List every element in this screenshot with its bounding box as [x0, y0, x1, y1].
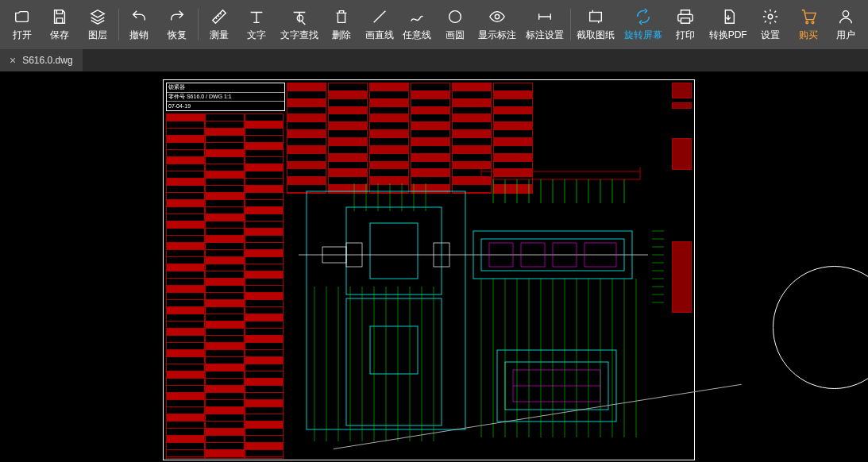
cursor-ring	[773, 266, 868, 389]
measure-button[interactable]: 测量	[200, 3, 238, 47]
redo-icon	[168, 8, 186, 25]
trash-icon	[333, 8, 350, 25]
cart-icon	[800, 8, 817, 25]
layer-icon	[89, 8, 106, 25]
close-icon[interactable]: ×	[10, 54, 16, 67]
svg-rect-26	[370, 223, 418, 279]
save-icon	[51, 8, 68, 25]
svg-rect-2	[590, 12, 602, 21]
circle-icon	[446, 8, 464, 25]
title-block: 锁紧器 零件号 S616.0 / DWG 1:1 07-04-19	[166, 83, 285, 111]
settings-button[interactable]: 设置	[751, 3, 789, 47]
annotset-button[interactable]: 标注设置	[521, 3, 568, 47]
purchase-button[interactable]: 购买	[789, 3, 827, 47]
open-button[interactable]: 打开	[3, 3, 41, 47]
drawline-button[interactable]: 画直线	[361, 3, 399, 47]
svg-point-5	[812, 21, 814, 23]
undo-button[interactable]: 撤销	[121, 3, 159, 47]
svg-point-0	[449, 10, 461, 22]
right-strip	[672, 83, 692, 460]
redo-button[interactable]: 恢复	[158, 3, 196, 47]
print-icon	[677, 8, 694, 25]
pdf-icon	[719, 8, 737, 25]
user-button[interactable]: 用户	[827, 3, 866, 47]
parts-list-left	[166, 114, 284, 459]
separator	[198, 9, 199, 40]
crop-icon	[587, 8, 604, 25]
separator	[118, 9, 119, 40]
svg-rect-27	[370, 326, 418, 374]
gear-icon	[762, 8, 779, 25]
measure-icon	[210, 8, 228, 25]
convertpdf-button[interactable]: 转换PDF	[704, 3, 751, 47]
text-icon	[248, 8, 265, 25]
tab-bar: × S616.0.dwg	[0, 49, 868, 71]
annot-settings-icon	[536, 8, 554, 25]
svg-rect-25	[346, 298, 442, 425]
freeline-icon	[408, 8, 426, 25]
rotate-button[interactable]: 旋转屏幕	[619, 3, 666, 47]
tab-filename: S616.0.dwg	[22, 55, 72, 66]
eye-icon	[488, 8, 506, 25]
svg-point-4	[806, 21, 808, 23]
svg-rect-7	[481, 167, 640, 179]
search-icon	[291, 8, 308, 25]
save-button[interactable]: 保存	[41, 3, 79, 47]
circle-button[interactable]: 画圆	[436, 3, 474, 47]
main-toolbar: 打开 保存 图层 撤销 恢复 测量 文字 文字查找 删除 画直线 任意线	[0, 0, 868, 49]
print-button[interactable]: 打印	[666, 3, 704, 47]
svg-point-6	[843, 10, 849, 16]
delete-button[interactable]: 删除	[322, 3, 361, 47]
layer-button[interactable]: 图层	[79, 3, 117, 47]
open-icon	[14, 8, 31, 25]
svg-point-3	[768, 14, 773, 19]
text-button[interactable]: 文字	[237, 3, 276, 47]
separator	[570, 9, 571, 40]
drawing-viewport[interactable]: 锁紧器 零件号 S616.0 / DWG 1:1 07-04-19	[0, 71, 868, 462]
svg-rect-24	[346, 207, 442, 295]
line-icon	[371, 8, 388, 25]
undo-icon	[130, 8, 148, 25]
textfind-button[interactable]: 文字查找	[276, 3, 322, 47]
user-icon	[837, 8, 854, 25]
screenshot-button[interactable]: 截取图纸	[573, 3, 619, 47]
mechanical-assembly	[299, 167, 664, 453]
anyline-button[interactable]: 任意线	[398, 3, 436, 47]
document-tab[interactable]: × S616.0.dwg	[0, 49, 83, 71]
showannot-button[interactable]: 显示标注	[474, 3, 521, 47]
rotate-icon	[635, 8, 652, 25]
svg-point-1	[496, 14, 500, 19]
